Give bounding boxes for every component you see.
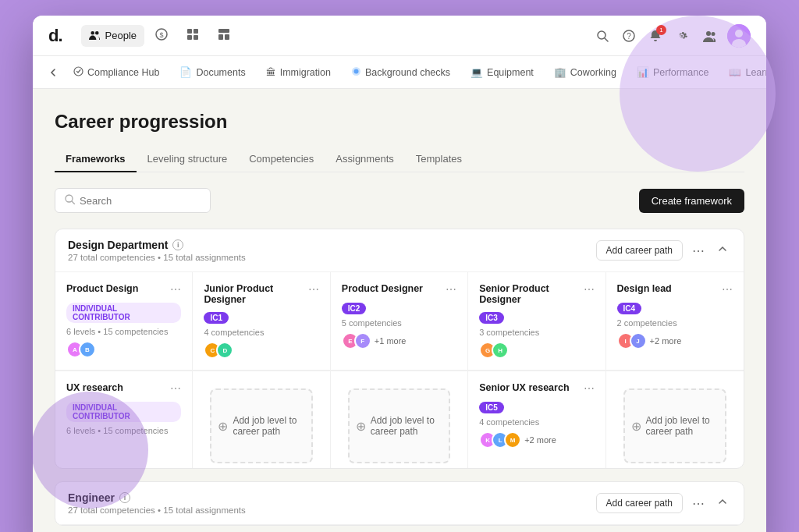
tab-templates[interactable]: Templates <box>405 147 473 172</box>
add-job-btn-3[interactable]: ⊕ Add job level to career path <box>623 388 726 463</box>
nav-back[interactable] <box>48 68 58 77</box>
settings-icon[interactable] <box>674 28 690 44</box>
card-header: Design lead ⋯ <box>617 283 733 296</box>
svg-line-21 <box>72 201 75 204</box>
card-menu-icon[interactable]: ⋯ <box>584 382 595 395</box>
documents-icon: 📄 <box>179 66 192 78</box>
dept-more-button-engineer[interactable]: ⋯ <box>689 495 708 512</box>
svg-rect-5 <box>194 35 198 40</box>
dept-title-area: Design Department i 27 total competencie… <box>68 239 246 262</box>
avatar: J <box>630 332 647 349</box>
search-box[interactable] <box>55 188 211 213</box>
card-title: Senior Product Designer <box>479 283 583 305</box>
nav-documents-label: Documents <box>196 67 245 78</box>
card-meta: 4 competencies <box>204 328 318 337</box>
tab-leveling[interactable]: Leveling structure <box>137 147 239 172</box>
nav-equipment[interactable]: 💻 Equipment <box>463 62 542 83</box>
grid-icon <box>186 28 199 43</box>
more-text: +2 more <box>650 336 682 346</box>
dept-more-button[interactable]: ⋯ <box>689 242 708 260</box>
nav-tab-layout[interactable] <box>210 23 238 48</box>
card-header: Product Design ⋯ <box>66 283 181 296</box>
card-badge: IC2 <box>342 303 367 314</box>
background-icon <box>351 66 361 79</box>
card-add-job-2: ⊕ Add job level to career path <box>331 371 468 468</box>
card-senior-ux: Senior UX research ⋯ IC5 4 competencies … <box>468 371 605 468</box>
card-menu-icon[interactable]: ⋯ <box>170 283 181 296</box>
immigration-icon: 🏛 <box>266 67 276 78</box>
help-icon[interactable]: ? <box>621 28 637 44</box>
nav-tab-grid[interactable] <box>179 23 207 48</box>
nav-tab-finance[interactable]: $ <box>147 23 176 48</box>
avatar-row: K L M +2 more <box>479 431 594 449</box>
card-menu-icon[interactable]: ⋯ <box>446 283 456 296</box>
bell-icon[interactable]: 1 <box>648 28 663 44</box>
toolbar: Create framework <box>55 188 744 213</box>
add-job-icon: ⊕ <box>218 419 228 434</box>
card-header: Senior UX research ⋯ <box>479 382 594 395</box>
nav-documents[interactable]: 📄 Documents <box>172 62 253 83</box>
tab-assignments[interactable]: Assignments <box>325 147 404 172</box>
nav-immigration-label: Immigration <box>280 67 331 78</box>
dept-info-icon[interactable]: i <box>172 239 183 250</box>
dept-title: Design Department i <box>68 239 246 251</box>
avatar: F <box>354 332 371 349</box>
add-career-path-button[interactable]: Add career path <box>596 240 683 261</box>
coworking-icon: 🏢 <box>554 66 566 78</box>
tab-competencies[interactable]: Competencies <box>238 147 325 172</box>
content-tabs: Frameworks Leveling structure Competenci… <box>55 147 744 172</box>
dept-collapse-button-engineer[interactable] <box>714 495 731 512</box>
search-input[interactable] <box>80 195 201 207</box>
card-menu-icon[interactable]: ⋯ <box>584 283 595 296</box>
card-meta: 5 competencies <box>342 318 456 328</box>
nav-background[interactable]: Background checks <box>343 62 458 83</box>
card-menu-icon[interactable]: ⋯ <box>722 283 733 296</box>
create-framework-button[interactable]: Create framework <box>639 189 744 213</box>
nav-compliance[interactable]: Compliance Hub <box>66 62 167 83</box>
avatar-row: G H <box>479 342 594 359</box>
avatar: M <box>504 431 521 449</box>
dept-actions: Add career path ⋯ <box>596 240 731 261</box>
svg-rect-8 <box>225 34 229 40</box>
card-menu-icon[interactable]: ⋯ <box>170 382 181 395</box>
people-icon <box>89 30 101 42</box>
nav-coworking[interactable]: 🏢 Coworking <box>546 62 624 83</box>
card-badge: IC1 <box>204 312 229 324</box>
add-career-path-button-engineer[interactable]: Add career path <box>596 493 683 513</box>
more-text: +1 more <box>375 336 407 346</box>
svg-point-18 <box>353 69 358 73</box>
tab-frameworks[interactable]: Frameworks <box>55 147 137 172</box>
avatar: D <box>216 342 233 359</box>
add-job-btn-1[interactable]: ⊕ Add job level to career path <box>210 388 312 463</box>
team-icon[interactable] <box>701 28 716 44</box>
card-title: Design lead <box>617 283 722 294</box>
nav-coworking-label: Coworking <box>570 67 616 78</box>
avatar-row: A B <box>66 341 181 358</box>
card-add-job-1: ⊕ Add job level to career path <box>193 371 330 468</box>
search-icon[interactable] <box>595 28 610 44</box>
card-menu-icon[interactable]: ⋯ <box>308 283 319 296</box>
add-job-btn-2[interactable]: ⊕ Add job level to career path <box>348 388 450 463</box>
avatar: B <box>79 341 96 358</box>
card-meta: 6 levels • 15 competencies <box>66 327 181 336</box>
dept-collapse-button[interactable] <box>714 242 731 259</box>
nav-immigration[interactable]: 🏛 Immigration <box>258 62 339 83</box>
svg-rect-4 <box>187 35 192 40</box>
engineer-department-section: Engineer i 27 total competencies • 15 to… <box>55 481 744 526</box>
avatar-row: I J +2 more <box>617 332 733 349</box>
finance-icon: $ <box>155 28 168 43</box>
add-job-icon: ⊕ <box>631 419 641 434</box>
nav-equipment-label: Equipment <box>487 67 534 78</box>
nav-tabs: People $ <box>81 23 238 48</box>
design-department-section: Design Department i 27 total competencie… <box>55 229 744 469</box>
nav-compliance-label: Compliance Hub <box>87 67 159 78</box>
card-add-job-3: ⊕ Add job level to career path <box>606 371 744 468</box>
card-header: Product Designer ⋯ <box>342 283 456 296</box>
card-title: Junior Product Designer <box>204 283 307 305</box>
svg-line-10 <box>605 38 608 41</box>
layout-icon <box>218 28 230 43</box>
add-job-label: Add job level to career path <box>646 415 719 437</box>
nav-tab-people[interactable]: People <box>81 25 144 47</box>
dept-header-engineer: Engineer i 27 total competencies • 15 to… <box>55 482 744 525</box>
svg-text:$: $ <box>160 31 164 39</box>
